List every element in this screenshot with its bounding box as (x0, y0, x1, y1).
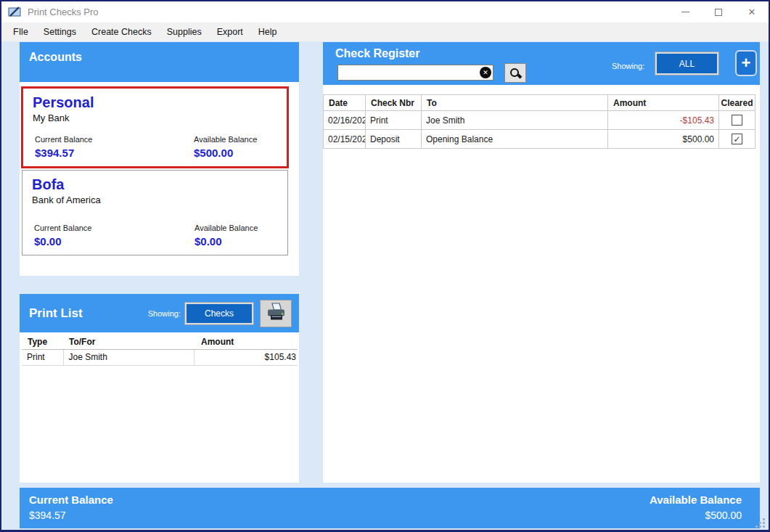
cell-amount: -$105.43 (608, 111, 719, 130)
minimize-button[interactable] (668, 1, 702, 22)
available-balance-value: $500.00 (194, 147, 279, 159)
cleared-checkbox[interactable] (732, 134, 742, 144)
available-balance-label: Available Balance (194, 224, 280, 232)
balance-footer: Current Balance $394.57 Available Balanc… (20, 488, 760, 528)
account-name: Bofa (32, 176, 279, 193)
search-icon (509, 67, 521, 79)
print-list-row[interactable]: Print Joe Smith $105.43 (22, 349, 298, 365)
account-balances: Current Balance $394.57 Available Balanc… (35, 135, 279, 159)
register-header-row: Date Check Nbr To Amount Cleared (324, 95, 755, 111)
check-register-header: Check Register ✕ Showing: ALL + (323, 42, 760, 85)
col-header-amount[interactable]: Amount (608, 95, 719, 111)
accounts-panel-header: Accounts (20, 42, 299, 82)
col-header-type[interactable]: Type (22, 336, 63, 349)
footer-available-balance-value: $500.00 (650, 510, 742, 521)
search-button[interactable] (504, 63, 526, 83)
account-bank: Bank of America (32, 195, 279, 205)
window-controls: ✕ (668, 1, 769, 22)
cell-amount: $500.00 (608, 130, 719, 149)
account-card-personal[interactable]: Personal My Bank Current Balance $394.57… (21, 86, 289, 168)
clear-search-icon[interactable]: ✕ (480, 67, 491, 78)
register-filter-button[interactable]: ALL (655, 52, 718, 75)
current-balance-value: $394.57 (35, 147, 194, 159)
window-title: Print Checks Pro (28, 7, 99, 17)
minimize-icon (681, 12, 689, 12)
account-name: Personal (33, 94, 278, 111)
col-header-date[interactable]: Date (324, 95, 366, 111)
app-window: Print Checks Pro ✕ FIle Settings Create … (0, 0, 770, 532)
current-balance-label: Current Balance (35, 135, 194, 144)
cell-tofor: Joe Smith (63, 349, 194, 365)
accounts-panel: Accounts Personal My Bank Current Balanc… (20, 42, 299, 276)
menu-help[interactable]: Help (258, 27, 277, 37)
check-register-panel: Check Register ✕ Showing: ALL + Date Che… (323, 42, 760, 483)
menu-file[interactable]: FIle (13, 27, 28, 37)
title-bar[interactable]: Print Checks Pro ✕ (1, 1, 769, 22)
col-header-check-nbr[interactable]: Check Nbr (366, 95, 422, 111)
cleared-checkbox[interactable] (732, 115, 742, 126)
current-balance-label: Current Balance (34, 224, 194, 232)
account-balances: Current Balance $0.00 Available Balance … (34, 224, 280, 247)
cell-check-nbr: Deposit (366, 130, 422, 149)
register-row[interactable]: 02/16/2020 Print Joe Smith -$105.43 (324, 111, 755, 130)
cell-cleared (719, 130, 755, 149)
available-balance-value: $0.00 (194, 235, 280, 247)
menu-create-checks[interactable]: Create Checks (91, 27, 152, 37)
accounts-title: Accounts (29, 51, 82, 63)
print-button[interactable] (260, 300, 292, 327)
showing-label: Showing: (612, 62, 644, 70)
account-bank: My Bank (33, 112, 278, 123)
col-header-to[interactable]: To (422, 95, 608, 111)
print-list-panel: Print List Showing: Checks (20, 294, 299, 483)
print-list-header-row: Type To/For Amount (22, 336, 298, 349)
account-card-bofa[interactable]: Bofa Bank of America Current Balance $0.… (22, 170, 288, 255)
print-list-header: Print List Showing: Checks (20, 294, 299, 332)
showing-label: Showing: (148, 309, 181, 318)
cell-amount: $105.43 (194, 349, 298, 365)
col-header-amount[interactable]: Amount (194, 336, 298, 349)
col-header-tofor[interactable]: To/For (63, 336, 194, 349)
check-register-title: Check Register (335, 47, 420, 60)
maximize-button[interactable] (702, 1, 735, 22)
cell-to: Opening Balance (422, 130, 608, 149)
menu-settings[interactable]: Settings (44, 27, 76, 37)
print-list-filter-button[interactable]: Checks (185, 303, 253, 324)
add-transaction-button[interactable]: + (735, 50, 757, 76)
app-icon (8, 7, 22, 17)
cell-to: Joe Smith (422, 111, 608, 130)
maximize-icon (715, 9, 722, 16)
cell-date: 02/15/2020 (324, 130, 366, 149)
col-header-cleared[interactable]: Cleared (719, 95, 755, 111)
content-area: Accounts Personal My Bank Current Balanc… (1, 41, 769, 531)
close-button[interactable]: ✕ (735, 1, 769, 22)
cell-type: Print (22, 349, 63, 365)
menu-supplies[interactable]: Supplies (167, 27, 202, 37)
search-box: ✕ (337, 65, 493, 81)
print-list-table: Type To/For Amount Print Joe Smith $105.… (22, 336, 298, 366)
print-list-title: Print List (29, 306, 83, 321)
menu-export[interactable]: Export (217, 27, 243, 37)
cell-cleared (719, 111, 755, 130)
resize-grip[interactable] (763, 525, 765, 528)
check-register-table: Date Check Nbr To Amount Cleared 02/16/2… (323, 94, 755, 149)
cell-date: 02/16/2020 (324, 111, 366, 130)
cell-check-nbr: Print (366, 111, 422, 130)
menu-bar: FIle Settings Create Checks Supplies Exp… (1, 22, 769, 41)
footer-current-balance-label: Current Balance (29, 494, 113, 506)
footer-current-balance-value: $394.57 (29, 510, 113, 521)
current-balance-value: $0.00 (34, 235, 194, 247)
search-input[interactable] (338, 66, 480, 79)
printer-icon (265, 301, 287, 325)
register-row[interactable]: 02/15/2020 Deposit Opening Balance $500.… (324, 130, 755, 149)
available-balance-label: Available Balance (194, 135, 279, 144)
footer-available-balance-label: Available Balance (650, 494, 742, 506)
